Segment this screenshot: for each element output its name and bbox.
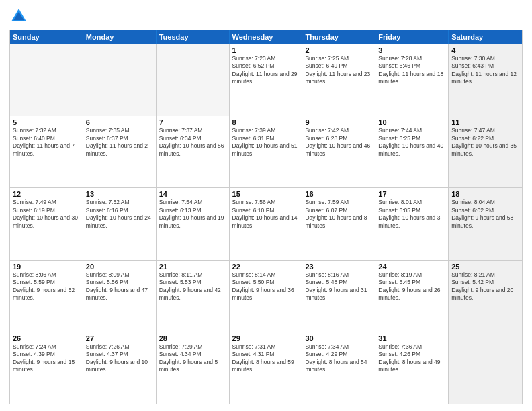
daylight-text: Daylight: 11 hours and 18 minutes. — [378, 71, 445, 86]
daylight-text: Daylight: 10 hours and 51 minutes. — [232, 142, 300, 158]
weekday-header-sunday: Sunday — [10, 30, 83, 44]
sunset-text: Sunset: 4:39 PM — [13, 351, 80, 358]
day-number: 16 — [305, 190, 372, 198]
sunset-text: Sunset: 6:07 PM — [305, 207, 372, 214]
daylight-text: Daylight: 10 hours and 8 minutes. — [305, 214, 372, 230]
sunset-text: Sunset: 4:37 PM — [86, 351, 153, 358]
daylight-text: Daylight: 10 hours and 35 minutes. — [451, 142, 519, 158]
day-number: 1 — [232, 46, 300, 54]
sunrise-text: Sunrise: 7:52 AM — [86, 199, 153, 206]
daylight-text: Daylight: 11 hours and 12 minutes. — [451, 71, 519, 86]
calendar-row-4: 26Sunrise: 7:24 AMSunset: 4:39 PMDayligh… — [10, 332, 522, 404]
calendar-cell-r0c6: 4Sunrise: 7:30 AMSunset: 6:43 PMDaylight… — [449, 44, 522, 116]
daylight-text: Daylight: 10 hours and 14 minutes. — [232, 214, 300, 230]
daylight-text: Daylight: 8 hours and 54 minutes. — [305, 359, 372, 374]
daylight-text: Daylight: 10 hours and 19 minutes. — [159, 214, 226, 230]
header — [9, 7, 523, 26]
sunset-text: Sunset: 5:59 PM — [13, 279, 80, 286]
calendar-cell-r0c5: 3Sunrise: 7:28 AMSunset: 6:46 PMDaylight… — [375, 44, 449, 116]
sunrise-text: Sunrise: 7:56 AM — [232, 199, 300, 206]
sunset-text: Sunset: 5:56 PM — [86, 279, 153, 286]
sunrise-text: Sunrise: 8:09 AM — [86, 271, 153, 279]
day-number: 28 — [159, 334, 226, 342]
daylight-text: Daylight: 9 hours and 5 minutes. — [159, 359, 226, 374]
day-number: 15 — [232, 190, 300, 198]
daylight-text: Daylight: 10 hours and 40 minutes. — [378, 142, 445, 158]
sunrise-text: Sunrise: 7:30 AM — [451, 55, 519, 62]
daylight-text: Daylight: 10 hours and 56 minutes. — [159, 142, 226, 158]
daylight-text: Daylight: 11 hours and 7 minutes. — [13, 142, 80, 158]
day-number: 13 — [86, 190, 153, 198]
calendar-cell-r1c6: 11Sunrise: 7:47 AMSunset: 6:22 PMDayligh… — [449, 116, 522, 187]
weekday-header-saturday: Saturday — [449, 30, 522, 44]
sunset-text: Sunset: 5:53 PM — [159, 279, 226, 286]
sunrise-text: Sunrise: 8:21 AM — [451, 271, 519, 279]
sunset-text: Sunset: 6:46 PM — [378, 62, 445, 70]
day-number: 6 — [86, 118, 153, 126]
calendar-body: 1Sunrise: 7:23 AMSunset: 6:52 PMDaylight… — [10, 44, 522, 404]
sunset-text: Sunset: 5:45 PM — [378, 279, 445, 286]
calendar-cell-r4c0: 26Sunrise: 7:24 AMSunset: 4:39 PMDayligh… — [10, 332, 83, 404]
day-number: 29 — [232, 334, 300, 342]
day-number: 18 — [451, 190, 519, 198]
calendar-cell-r3c4: 23Sunrise: 8:16 AMSunset: 5:48 PMDayligh… — [302, 261, 375, 332]
calendar-row-1: 5Sunrise: 7:32 AMSunset: 6:40 PMDaylight… — [10, 116, 522, 187]
daylight-text: Daylight: 10 hours and 3 minutes. — [378, 214, 445, 230]
sunset-text: Sunset: 4:26 PM — [378, 351, 445, 358]
calendar-cell-r1c3: 8Sunrise: 7:39 AMSunset: 6:31 PMDaylight… — [230, 116, 303, 187]
day-number: 25 — [451, 263, 519, 271]
calendar-cell-r2c0: 12Sunrise: 7:49 AMSunset: 6:19 PMDayligh… — [10, 188, 83, 259]
sunrise-text: Sunrise: 8:19 AM — [378, 271, 445, 279]
sunrise-text: Sunrise: 7:37 AM — [159, 127, 226, 134]
sunrise-text: Sunrise: 7:54 AM — [159, 199, 226, 206]
sunrise-text: Sunrise: 8:11 AM — [159, 271, 226, 279]
sunset-text: Sunset: 4:29 PM — [305, 351, 372, 358]
sunset-text: Sunset: 6:28 PM — [305, 135, 372, 142]
calendar-cell-r2c1: 13Sunrise: 7:52 AMSunset: 6:16 PMDayligh… — [83, 188, 157, 259]
sunset-text: Sunset: 6:52 PM — [232, 62, 300, 70]
sunrise-text: Sunrise: 7:24 AM — [13, 343, 80, 351]
calendar-cell-r4c4: 30Sunrise: 7:34 AMSunset: 4:29 PMDayligh… — [302, 332, 375, 404]
day-number: 11 — [451, 118, 519, 126]
sunset-text: Sunset: 5:48 PM — [305, 279, 372, 286]
day-number: 17 — [378, 190, 445, 198]
sunset-text: Sunset: 4:31 PM — [232, 351, 300, 358]
daylight-text: Daylight: 11 hours and 23 minutes. — [305, 71, 372, 86]
day-number: 30 — [305, 334, 372, 342]
sunrise-text: Sunrise: 7:32 AM — [13, 127, 80, 134]
calendar-cell-r2c6: 18Sunrise: 8:04 AMSunset: 6:02 PMDayligh… — [449, 188, 522, 259]
calendar-row-0: 1Sunrise: 7:23 AMSunset: 6:52 PMDaylight… — [10, 44, 522, 116]
calendar-cell-r2c2: 14Sunrise: 7:54 AMSunset: 6:13 PMDayligh… — [157, 188, 230, 259]
day-number: 7 — [159, 118, 226, 126]
daylight-text: Daylight: 11 hours and 29 minutes. — [232, 71, 300, 86]
calendar-cell-r4c6 — [449, 332, 522, 404]
sunrise-text: Sunrise: 7:49 AM — [13, 199, 80, 206]
calendar-cell-r2c4: 16Sunrise: 7:59 AMSunset: 6:07 PMDayligh… — [302, 188, 375, 259]
sunrise-text: Sunrise: 7:47 AM — [451, 127, 519, 134]
daylight-text: Daylight: 9 hours and 15 minutes. — [13, 359, 80, 374]
sunset-text: Sunset: 6:25 PM — [378, 135, 445, 142]
calendar-cell-r1c1: 6Sunrise: 7:35 AMSunset: 6:37 PMDaylight… — [83, 116, 157, 187]
daylight-text: Daylight: 9 hours and 47 minutes. — [86, 287, 153, 302]
sunset-text: Sunset: 6:16 PM — [86, 207, 153, 214]
day-number: 2 — [305, 46, 372, 54]
calendar-cell-r2c3: 15Sunrise: 7:56 AMSunset: 6:10 PMDayligh… — [230, 188, 303, 259]
day-number: 19 — [13, 263, 80, 271]
day-number: 24 — [378, 263, 445, 271]
weekday-header-tuesday: Tuesday — [157, 30, 230, 44]
daylight-text: Daylight: 10 hours and 46 minutes. — [305, 142, 372, 158]
sunrise-text: Sunrise: 7:59 AM — [305, 199, 372, 206]
sunset-text: Sunset: 4:34 PM — [159, 351, 226, 358]
daylight-text: Daylight: 9 hours and 31 minutes. — [305, 287, 372, 302]
daylight-text: Daylight: 9 hours and 20 minutes. — [451, 287, 519, 302]
sunrise-text: Sunrise: 7:42 AM — [305, 127, 372, 134]
sunset-text: Sunset: 6:10 PM — [232, 207, 300, 214]
calendar-cell-r0c0 — [10, 44, 83, 116]
weekday-header-thursday: Thursday — [302, 30, 375, 44]
calendar-cell-r4c1: 27Sunrise: 7:26 AMSunset: 4:37 PMDayligh… — [83, 332, 157, 404]
sunrise-text: Sunrise: 7:44 AM — [378, 127, 445, 134]
sunrise-text: Sunrise: 7:31 AM — [232, 343, 300, 351]
day-number: 3 — [378, 46, 445, 54]
day-number: 8 — [232, 118, 300, 126]
day-number: 22 — [232, 263, 300, 271]
